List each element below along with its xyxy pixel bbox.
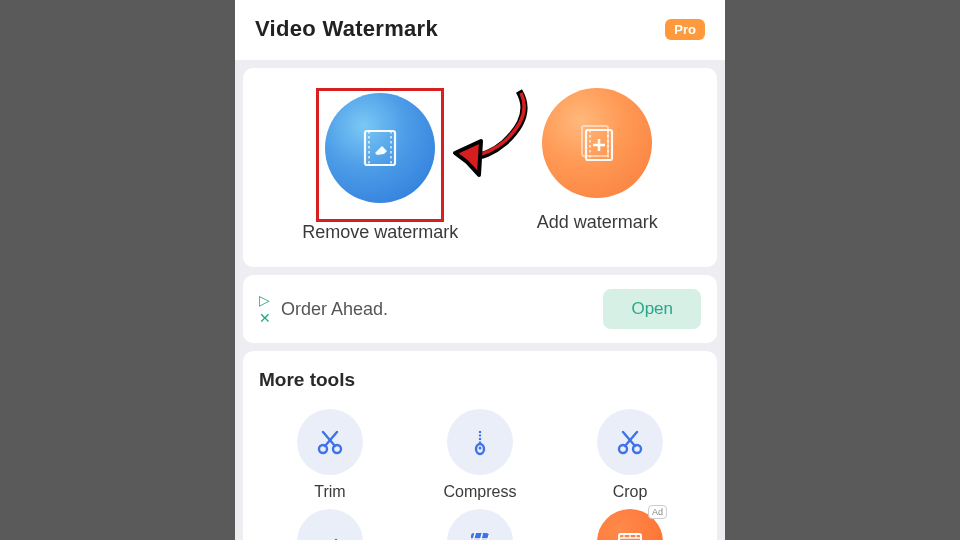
tool-button-5[interactable] [409, 509, 551, 540]
remove-watermark-button[interactable]: Remove watermark [302, 88, 458, 243]
compress-tool-button[interactable]: Compress [409, 409, 551, 501]
add-watermark-label: Add watermark [537, 212, 658, 233]
header: Video Watermark Pro [235, 0, 725, 60]
tools-grid: Trim Compress [259, 409, 701, 540]
ad-controls: ▷ ✕ [259, 292, 271, 326]
tool-button-4[interactable] [259, 509, 401, 540]
scissors-icon [597, 409, 663, 475]
more-tools-section: More tools Trim [243, 351, 717, 540]
svg-line-18 [625, 432, 637, 446]
app-screen: Video Watermark Pro [235, 0, 725, 540]
svg-line-11 [325, 432, 337, 446]
crop-label: Crop [613, 483, 648, 501]
content-area: Remove watermark Add watermark [235, 60, 725, 540]
app-title: Video Watermark [255, 16, 438, 42]
speed-icon [297, 509, 363, 540]
svg-point-15 [479, 447, 482, 450]
svg-line-19 [623, 432, 635, 446]
trim-tool-button[interactable]: Trim [259, 409, 401, 501]
ad-banner: ▷ ✕ Order Ahead. Open [243, 275, 717, 343]
feature-card: Remove watermark Add watermark [243, 68, 717, 267]
crop-tool-button[interactable]: Crop [559, 409, 701, 501]
ad-content: ▷ ✕ Order Ahead. [259, 292, 388, 326]
ad-play-icon[interactable]: ▷ [259, 292, 271, 308]
ad-close-icon[interactable]: ✕ [259, 310, 271, 326]
zipper-icon [447, 409, 513, 475]
ad-text: Order Ahead. [281, 299, 388, 320]
trim-label: Trim [314, 483, 345, 501]
add-watermark-button[interactable]: Add watermark [537, 88, 658, 243]
ad-badge: Ad [648, 505, 667, 519]
compress-label: Compress [444, 483, 517, 501]
tutorial-highlight [316, 88, 444, 222]
remove-watermark-label: Remove watermark [302, 222, 458, 243]
more-tools-title: More tools [259, 369, 701, 391]
tutorial-arrow-icon [449, 81, 539, 191]
svg-line-12 [323, 432, 335, 446]
pro-badge[interactable]: Pro [665, 19, 705, 40]
pattern-icon [447, 509, 513, 540]
add-watermark-icon [542, 88, 652, 198]
tool-button-6[interactable]: Ad [559, 509, 701, 540]
remove-watermark-icon [325, 93, 435, 203]
scissors-icon [297, 409, 363, 475]
ad-open-button[interactable]: Open [603, 289, 701, 329]
